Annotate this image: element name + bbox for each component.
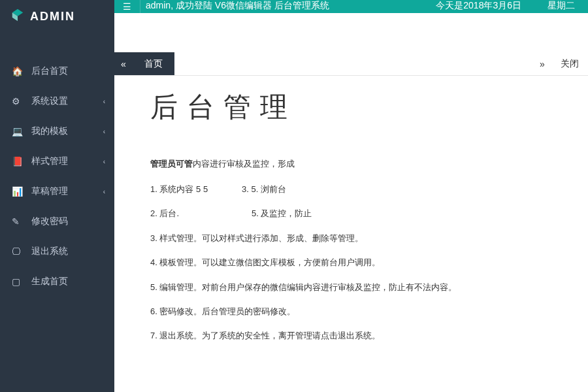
logo-icon <box>10 8 25 25</box>
feature-item: 7. 退出系统。为了系统的安全性，离开管理请点击退出系统。 <box>150 328 552 343</box>
feature-item: 3. 样式管理。可以对样式进行添加、形成、删除等管理。 <box>150 231 552 246</box>
content-area: 后台管理 管理员可管内容进行审核及监控，形成 1. 系统内容 5 5 3. 5.… <box>114 76 588 392</box>
nav-item-draft[interactable]: 📊 草稿管理 ‹ <box>0 176 114 206</box>
chevron-left-icon: ‹ <box>103 158 105 165</box>
double-chevron-left-icon: « <box>121 59 126 69</box>
chevron-left-icon: ‹ <box>103 98 105 105</box>
feature-text: 模板管理。可以建立微信图文库模板，方便前台用户调用。 <box>159 257 380 267</box>
nav-label: 草稿管理 <box>31 186 68 197</box>
page-title: 后台管理 <box>150 89 552 125</box>
book-icon: 📕 <box>12 156 22 167</box>
nav-label: 后台首页 <box>31 65 68 77</box>
feature-item: 6. 密码修改。后台管理员的密码修改。 <box>150 304 552 319</box>
nav-item-template[interactable]: 💻 我的模板 ‹ <box>0 116 114 146</box>
chevron-left-icon: ‹ <box>103 128 105 135</box>
nav-label: 退出系统 <box>31 246 68 257</box>
admin-intro-rest: 内容进行审核及监控，形成 <box>193 159 295 169</box>
chart-icon: 📊 <box>12 186 22 197</box>
cogs-icon: ⚙ <box>12 96 22 106</box>
feature-item: 2. 后台. 5. 及监控，防止 <box>150 206 552 221</box>
feature-text: 5. 及监控，防止 <box>252 208 312 218</box>
nav-item-exit[interactable]: 🖵 退出系统 <box>0 237 114 267</box>
feature-text: 样式管理。可以对样式进行添加、形成、删除等管理。 <box>159 233 363 243</box>
double-chevron-right-icon: » <box>540 59 545 69</box>
nav: 🏠 后台首页 ⚙ 系统设置 ‹ 💻 我的模板 ‹ 📕 样式管理 ‹ 📊 草稿管理… <box>0 56 114 297</box>
feature-text: 5. 浏前台 <box>251 184 286 194</box>
feature-num: 4 <box>150 257 155 267</box>
tab-spacer <box>174 52 533 75</box>
nav-item-password[interactable]: ✎ 修改密码 <box>0 206 114 237</box>
sidebar: ADMIN 🏠 后台首页 ⚙ 系统设置 ‹ 💻 我的模板 ‹ 📕 样式管理 ‹ … <box>0 0 114 392</box>
feature-text: 后台. <box>159 208 179 218</box>
feature-text: 退出系统。为了系统的安全性，离开管理请点击退出系统。 <box>159 331 380 340</box>
tab-close-button[interactable]: 关闭 <box>551 52 588 75</box>
topbar: ☰ admin, 成功登陆 V6微信编辑器 后台管理系统 今天是2018年3月6… <box>114 0 588 13</box>
nav-item-system[interactable]: ⚙ 系统设置 ‹ <box>0 86 114 116</box>
feature-text: 编辑管理。对前台用户保存的微信编辑内容进行审核及监控，防止有不法内容。 <box>159 282 457 292</box>
tab-prev-button[interactable]: « <box>114 52 133 75</box>
feature-num: 7 <box>150 331 155 340</box>
feature-item: 5. 编辑管理。对前台用户保存的微信编辑内容进行审核及监控，防止有不法内容。 <box>150 280 552 295</box>
chevron-left-icon: ‹ <box>103 188 105 195</box>
logo: ADMIN <box>0 0 114 33</box>
tablet-icon: ▢ <box>12 276 22 287</box>
admin-intro: 管理员可管内容进行审核及监控，形成 <box>150 158 552 170</box>
nav-item-style[interactable]: 📕 样式管理 ‹ <box>0 146 114 176</box>
welcome-message: admin, 成功登陆 V6微信编辑器 后台管理系统 <box>140 0 423 12</box>
home-icon: 🏠 <box>12 66 22 76</box>
edit-icon: ✎ <box>12 216 22 227</box>
tabbar: « 首页 » 关闭 <box>114 52 588 76</box>
feature-num: 3 <box>242 184 246 194</box>
feature-num: 2 <box>150 208 155 218</box>
display-icon: 🖵 <box>12 246 22 257</box>
feature-text: 系统内容 5 5 <box>159 184 208 194</box>
close-label: 关闭 <box>561 58 579 70</box>
tab-next-button[interactable]: » <box>533 52 551 75</box>
nav-label: 系统设置 <box>31 95 68 107</box>
tab-home[interactable]: 首页 <box>133 52 174 75</box>
weekday-display: 星期二 <box>534 0 588 12</box>
feature-num: 1 <box>150 184 155 194</box>
menu-icon: ☰ <box>123 1 131 12</box>
logo-text: ADMIN <box>30 10 75 24</box>
menu-toggle[interactable]: ☰ <box>114 0 140 13</box>
nav-label: 样式管理 <box>31 155 68 167</box>
feature-item: 4. 模板管理。可以建立微信图文库模板，方便前台用户调用。 <box>150 255 552 270</box>
tab-label: 首页 <box>144 58 163 70</box>
feature-list: 1. 系统内容 5 5 3. 5. 浏前台 2. 后台. 5. 及监控，防止 3… <box>150 182 552 344</box>
feature-num: 6 <box>150 306 155 316</box>
nav-label: 生成首页 <box>31 276 68 287</box>
feature-item: 1. 系统内容 5 5 3. 5. 浏前台 <box>150 182 552 197</box>
laptop-icon: 💻 <box>12 126 22 137</box>
nav-label: 我的模板 <box>31 125 68 137</box>
feature-num: 3 <box>150 233 155 243</box>
nav-item-generate[interactable]: ▢ 生成首页 <box>0 267 114 297</box>
feature-text: 密码修改。后台管理员的密码修改。 <box>159 306 295 316</box>
admin-intro-bold: 管理员可管 <box>150 159 193 169</box>
nav-item-home[interactable]: 🏠 后台首页 <box>0 56 114 86</box>
date-display: 今天是2018年3月6日 <box>423 0 534 12</box>
nav-label: 修改密码 <box>31 216 68 227</box>
feature-num: 5 <box>150 282 155 292</box>
